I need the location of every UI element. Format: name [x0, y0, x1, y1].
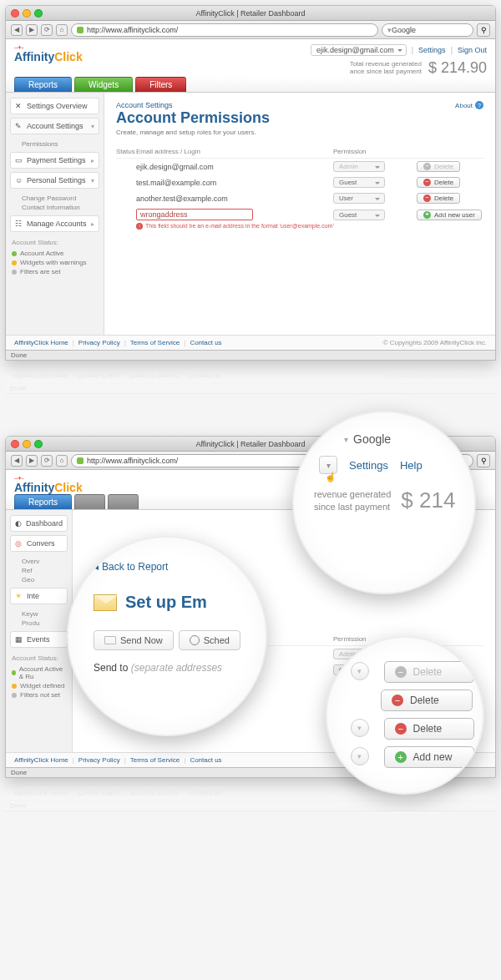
back-button[interactable]: ◀ [11, 24, 23, 36]
footer-privacy[interactable]: Privacy Policy [78, 339, 120, 346]
table-row: ejik.design@gmail.com Admin Delete [116, 159, 483, 174]
sidebar-item-overview[interactable]: ✕ Settings Overview [10, 98, 99, 114]
tab-send-now[interactable]: Send Now [94, 630, 174, 650]
dropdown-icon[interactable]: ▾ [351, 719, 369, 737]
breadcrumb: Account Settings [116, 101, 483, 109]
permission-select[interactable]: Guest [333, 177, 385, 188]
error-message: !This field should be an e-mail address … [116, 223, 483, 230]
statusbar: Done [6, 350, 495, 360]
app-header: · · · ✦ · · AffinityClick ejik.design@gm… [6, 39, 495, 77]
footer: AffinityClick Home| Privacy Policy| Term… [6, 335, 495, 350]
browser-window-1: AffinityClick | Retailer Dashboard ◀ ▶ ⟳… [5, 5, 496, 361]
sidebar-item-personal[interactable]: ☺ Personal Settings ▾ [10, 172, 99, 189]
page-subtitle: Create, manage and setup roles for your … [116, 129, 483, 136]
tab-schedule[interactable]: Sched [179, 630, 240, 650]
permissions-table: Status Email address / Login Permission … [116, 148, 483, 230]
sidebar-item-events[interactable]: ▦Events [10, 631, 68, 648]
tab-widgets[interactable]: Widgets [74, 77, 133, 92]
delete-button: Delete [417, 161, 460, 172]
delete-button[interactable]: Delete [417, 193, 460, 204]
card-icon: ▭ [15, 156, 23, 164]
url-bar[interactable]: http://www.affinityclick.com/ [71, 23, 378, 37]
logo[interactable]: · · · ✦ · · AffinityClick [14, 44, 83, 63]
reload-button[interactable]: ⟳ [41, 455, 53, 467]
sidebar-item-payment[interactable]: ▭ Payment Settings ▸ [10, 152, 99, 169]
sidebar: ◐Dashboard ◎Convers OvervRefGeo ☀Inte Ke… [6, 510, 73, 752]
permission-select[interactable]: Guest [333, 210, 385, 220]
sidebar-sub-account: Permissions [10, 138, 99, 152]
sidebar-sub-permissions[interactable]: Permissions [22, 139, 99, 149]
status-heading: Account Status: [12, 239, 98, 246]
tab-reports[interactable]: Reports [14, 77, 72, 92]
footer-home[interactable]: AffinityClick Home [14, 339, 68, 346]
help-link[interactable]: Help [400, 459, 423, 472]
settings-link[interactable]: Settings [349, 459, 388, 472]
revenue-display: Total revenue generated ance since last … [311, 59, 487, 77]
delete-button[interactable]: Delete [417, 177, 460, 188]
forward-button[interactable]: ▶ [26, 24, 38, 36]
main-tabs: Reports Widgets Filters [6, 77, 495, 93]
status-dot-yellow [12, 260, 17, 265]
sidebar-item-manage[interactable]: ☷ Manage Accounts ▸ [10, 215, 99, 232]
gauge-icon: ◐ [15, 519, 23, 528]
chevron-down-icon: ▾ [91, 123, 94, 130]
signout-link[interactable]: Sign Out [458, 46, 487, 54]
clock-icon [190, 635, 200, 645]
permission-select[interactable]: User [333, 193, 385, 204]
chevron-icon: ▸ [91, 157, 94, 164]
confetti-icon: · · · ✦ · · [14, 44, 83, 50]
reflection: Done AffinityClick Home| Privacy Policy|… [5, 361, 496, 394]
delete-button[interactable]: −Delete [384, 718, 474, 740]
email-input[interactable] [136, 209, 253, 220]
search-engine: Google [392, 26, 416, 34]
search-icon[interactable]: ⚲ [477, 23, 490, 37]
tab-filters[interactable] [108, 494, 139, 509]
target-icon: ◎ [15, 539, 23, 548]
back-button[interactable]: ◀ [11, 455, 23, 467]
sidebar-sub-password[interactable]: Change Password [22, 194, 99, 203]
delete-button[interactable]: −Delete [381, 690, 473, 711]
header-links: ejik.design@gmail.com | Settings | Sign … [311, 44, 487, 56]
lock-icon [77, 27, 84, 33]
cursor-icon: ☝ [325, 472, 337, 482]
envelope-icon [94, 594, 117, 611]
table-row-new: Guest Add new user [116, 206, 483, 223]
main-content: About? Account Settings Account Permissi… [104, 93, 495, 335]
plus-icon: + [395, 751, 407, 763]
footer-contact[interactable]: Contact us [190, 339, 221, 346]
forward-button[interactable]: ▶ [26, 455, 38, 467]
revenue-amount: $ 214.90 [428, 59, 487, 77]
tab-reports[interactable]: Reports [14, 494, 72, 509]
sidebar-item-inte[interactable]: ☀Inte [10, 588, 68, 604]
search-bar[interactable]: ▾ Google [382, 23, 473, 37]
logo[interactable]: · · · ✦ · · AffinityClick [14, 475, 83, 494]
sidebar-sub-contact[interactable]: Contact Information [22, 203, 99, 212]
search-icon[interactable]: ⚲ [477, 454, 490, 467]
minus-icon: − [395, 723, 407, 735]
copyright: © Copyrights 2009 AffinityClick Inc. [383, 339, 487, 346]
dropdown-icon[interactable]: ▾ [351, 747, 369, 765]
titlebar: AffinityClick | Retailer Dashboard [6, 6, 495, 21]
help-icon: ? [475, 101, 483, 109]
home-button[interactable]: ⌂ [56, 24, 68, 36]
user-dropdown[interactable]: ejik.design@gmail.com [311, 44, 407, 56]
footer-terms[interactable]: Terms of Service [130, 339, 180, 346]
tab-widgets[interactable] [74, 494, 105, 509]
sidebar-item-account[interactable]: ✎ Account Settings ▾ [10, 118, 99, 134]
reload-button[interactable]: ⟳ [41, 24, 53, 36]
add-user-button[interactable]: Add new user [417, 210, 482, 220]
settings-link[interactable]: Settings [418, 46, 446, 54]
user-dropdown-button[interactable]: ▾☝ [319, 456, 337, 474]
sidebar-item-dashboard[interactable]: ◐Dashboard [10, 515, 68, 532]
tab-filters[interactable]: Filters [135, 77, 186, 92]
add-user-button[interactable]: +Add new [384, 746, 474, 768]
calendar-icon: ▦ [15, 635, 23, 644]
dropdown-icon[interactable]: ▾ [351, 662, 369, 680]
window-title: AffinityClick | Retailer Dashboard [6, 9, 495, 18]
tools-icon: ✎ [15, 122, 23, 130]
chevron-down-icon: ▾ [91, 177, 94, 184]
sidebar-item-convers[interactable]: ◎Convers [10, 535, 68, 552]
home-button[interactable]: ⌂ [56, 455, 68, 467]
magnifier-header: Google ▾☝ Settings Help revenue generate… [292, 411, 476, 594]
about-link[interactable]: About? [455, 101, 483, 109]
